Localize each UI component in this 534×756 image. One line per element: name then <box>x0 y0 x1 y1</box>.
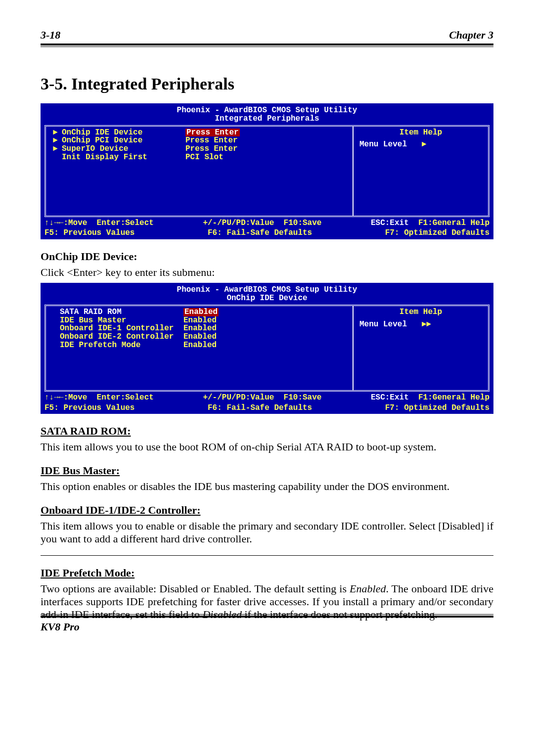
italic-text: Enabled <box>350 582 386 595</box>
foot-esc: ESC:Exit <box>371 219 409 227</box>
bios-subtitle: Integrated Peripherals <box>44 115 490 123</box>
bios-footer: ↑↓→←:Move Enter:Select +/-/PU/PD:Value F… <box>44 219 490 227</box>
menu-value: PCI Slot <box>185 153 223 162</box>
heading-sata-raid-rom: SATA RAID ROM: <box>41 425 493 438</box>
menu-label: Onboard IDE-1 Controller <box>60 324 183 333</box>
paragraph: This item allows you to use the boot ROM… <box>41 441 493 453</box>
foot-right: ESC:Exit F1:General Help <box>371 219 490 227</box>
header-rule-thin <box>41 46 493 47</box>
menu-row[interactable]: IDE Bus Master Enabled <box>60 316 346 325</box>
menu-value-selected: Press Enter <box>185 129 240 137</box>
foot-left2: F5: Previous Values <box>44 229 134 237</box>
paragraph: Click <Enter> key to enter its submenu: <box>41 266 493 279</box>
submenu-arrow-icon: ► <box>53 136 62 145</box>
menu-row[interactable]: ► OnChip IDE Device Press Enter <box>53 129 346 137</box>
submenu-arrow-icon <box>53 153 62 162</box>
menu-value: Enabled <box>183 341 217 350</box>
menu-row[interactable]: Init Display First PCI Slot <box>53 153 346 162</box>
foot-mid: +/-/PU/PD:Value F10:Save <box>203 394 321 402</box>
bios-subtitle: OnChip IDE Device <box>44 294 490 303</box>
footer-model: KV8 Pro <box>41 621 493 633</box>
menu-level-pointer-icon: ► <box>422 140 427 149</box>
foot-left2: F5: Previous Values <box>44 404 134 412</box>
bios-footer-2: F5: Previous Values F6: Fail-Safe Defaul… <box>44 229 490 237</box>
menu-row[interactable]: SATA RAID ROM Enabled <box>60 308 346 316</box>
bios-footer: ↑↓→←:Move Enter:Select +/-/PU/PD:Value F… <box>44 394 490 402</box>
menu-level-pointer-icon: ►► <box>422 320 431 329</box>
bios-screenshot-onchip-ide: Phoenix - AwardBIOS CMOS Setup Utility O… <box>41 283 493 414</box>
foot-mid2: F6: Fail-Safe Defaults <box>208 229 312 237</box>
footer-rule-thick <box>41 616 493 618</box>
menu-label: IDE Bus Master <box>60 316 183 325</box>
item-help-label: Item Help <box>359 308 482 316</box>
heading-onchip-ide: OnChip IDE Device: <box>41 250 493 263</box>
menu-label: SuperIO Device <box>62 145 185 153</box>
foot-esc: ESC:Exit <box>371 393 409 402</box>
chapter-label: Chapter 3 <box>449 29 493 42</box>
menu-value: Enabled <box>183 316 217 325</box>
bios-title: Phoenix - AwardBIOS CMOS Setup Utility <box>44 106 490 115</box>
menu-row[interactable]: Onboard IDE-2 Controller Enabled <box>60 333 346 341</box>
submenu-arrow-icon: ► <box>53 129 62 137</box>
paragraph: This option enables or disables the IDE … <box>41 480 493 493</box>
bios-help-panel: Item Help Menu Level ► <box>354 127 488 216</box>
menu-label: IDE Prefetch Mode <box>60 341 183 350</box>
foot-mid: +/-/PU/PD:Value F10:Save <box>203 219 321 227</box>
menu-label: SATA RAID ROM <box>60 308 183 316</box>
text: Two options are available: Disabled or E… <box>41 582 350 595</box>
foot-mid2: F6: Fail-Safe Defaults <box>208 404 312 412</box>
separator-rule <box>41 555 493 556</box>
menu-row[interactable]: IDE Prefetch Mode Enabled <box>60 341 346 350</box>
menu-label: OnChip PCI Device <box>62 136 185 145</box>
bios-frame: ► OnChip IDE Device Press Enter ► OnChip… <box>44 125 490 217</box>
menu-level: Menu Level ►► <box>359 320 482 329</box>
menu-level-label: Menu Level <box>359 140 407 149</box>
page-number: 3-18 <box>41 29 60 42</box>
foot-right: ESC:Exit F1:General Help <box>371 394 490 402</box>
bios-help-panel: Item Help Menu Level ►► <box>354 306 488 390</box>
menu-level: Menu Level ► <box>359 140 482 149</box>
foot-right2: F7: Optimized Defaults <box>385 229 490 237</box>
menu-label: Onboard IDE-2 Controller <box>60 333 183 341</box>
bios-screenshot-integrated-peripherals: Phoenix - AwardBIOS CMOS Setup Utility I… <box>41 103 493 239</box>
bios-footer-2: F5: Previous Values F6: Fail-Safe Defaul… <box>44 404 490 412</box>
foot-left: ↑↓→←:Move Enter:Select <box>44 394 154 402</box>
foot-f1: F1:General Help <box>418 393 490 402</box>
heading-ide-bus-master: IDE Bus Master: <box>41 464 493 477</box>
header-rule-thick <box>41 44 493 45</box>
menu-value-selected: Enabled <box>183 308 219 316</box>
menu-value: Enabled <box>183 333 217 341</box>
bios-title: Phoenix - AwardBIOS CMOS Setup Utility <box>44 286 490 294</box>
menu-value: Press Enter <box>185 136 238 145</box>
section-title: 3-5. Integrated Peripherals <box>41 75 493 93</box>
menu-row[interactable]: ► OnChip PCI Device Press Enter <box>53 136 346 145</box>
foot-left: ↑↓→←:Move Enter:Select <box>44 219 154 227</box>
menu-value: Press Enter <box>185 145 238 153</box>
menu-value: Enabled <box>183 324 217 333</box>
bios-menu-left: SATA RAID ROM Enabled IDE Bus Master Ena… <box>46 306 354 390</box>
item-help-label: Item Help <box>359 129 482 137</box>
bios-menu-left: ► OnChip IDE Device Press Enter ► OnChip… <box>46 127 354 216</box>
foot-right2: F7: Optimized Defaults <box>385 404 490 412</box>
heading-onboard-ide: Onboard IDE-1/IDE-2 Controller: <box>41 504 493 517</box>
submenu-arrow-icon: ► <box>53 145 62 153</box>
menu-row[interactable]: ► SuperIO Device Press Enter <box>53 145 346 153</box>
footer-rule-thin <box>41 614 493 615</box>
heading-ide-prefetch: IDE Prefetch Mode: <box>41 567 493 579</box>
foot-f1: F1:General Help <box>418 219 490 227</box>
paragraph: This item allows you to enable or disabl… <box>41 520 493 545</box>
menu-level-label: Menu Level <box>359 320 407 329</box>
menu-label: OnChip IDE Device <box>62 129 185 137</box>
menu-label: Init Display First <box>62 153 185 162</box>
bios-frame: SATA RAID ROM Enabled IDE Bus Master Ena… <box>44 305 490 392</box>
menu-row[interactable]: Onboard IDE-1 Controller Enabled <box>60 324 346 333</box>
